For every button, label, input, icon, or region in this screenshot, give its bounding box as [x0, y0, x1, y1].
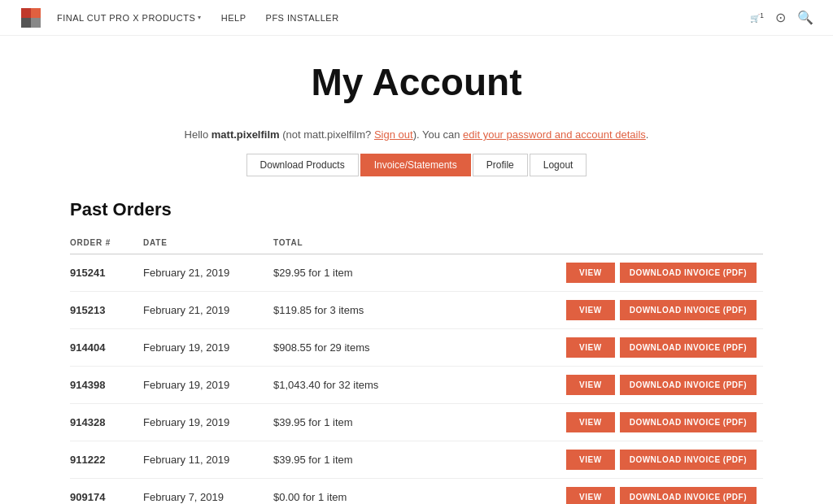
cart-icon[interactable]: 🛒1: [750, 11, 764, 23]
past-orders-section: Past Orders Order # Date Total 915241 Fe…: [70, 199, 763, 504]
order-total: $1,043.40 for 32 items: [273, 367, 436, 404]
order-actions: View Download Invoice (PDF): [436, 441, 763, 479]
logo[interactable]: [20, 7, 42, 29]
table-row: 914404 February 19, 2019 $908.55 for 29 …: [70, 329, 763, 367]
tab-invoice[interactable]: Invoice/Statements: [360, 154, 471, 176]
download-invoice-button[interactable]: Download Invoice (PDF): [620, 337, 757, 358]
nav-help[interactable]: Help: [221, 13, 246, 23]
download-invoice-button[interactable]: Download Invoice (PDF): [620, 300, 757, 320]
col-date: Date: [143, 233, 273, 254]
chevron-down-icon: ▾: [198, 14, 202, 21]
order-number: 915213: [70, 292, 143, 329]
tab-profile[interactable]: Profile: [473, 154, 528, 176]
download-invoice-button[interactable]: Download Invoice (PDF): [620, 487, 757, 504]
svg-rect-0: [21, 8, 31, 18]
signout-link[interactable]: Sign out: [374, 128, 413, 141]
order-actions: View Download Invoice (PDF): [436, 329, 763, 367]
download-invoice-button[interactable]: Download Invoice (PDF): [620, 263, 757, 283]
main-content: My Account Hello matt.pixelfilm (not mat…: [50, 36, 783, 504]
view-button[interactable]: View: [566, 337, 615, 358]
table-row: 911222 February 11, 2019 $39.95 for 1 it…: [70, 441, 763, 479]
order-actions: View Download Invoice (PDF): [436, 254, 763, 292]
view-button[interactable]: View: [566, 263, 615, 283]
view-button[interactable]: View: [566, 300, 615, 320]
order-total: $39.95 for 1 item: [273, 441, 436, 479]
username: matt.pixelfilm: [212, 128, 280, 141]
site-header: Final Cut Pro X Products ▾ Help PFS Inst…: [0, 0, 833, 36]
order-date: February 19, 2019: [143, 404, 273, 441]
order-date: February 19, 2019: [143, 367, 273, 404]
order-number: 911222: [70, 441, 143, 479]
nav-final-cut[interactable]: Final Cut Pro X Products ▾: [57, 13, 202, 23]
search-icon[interactable]: 🔍: [797, 10, 813, 25]
order-total: $39.95 for 1 item: [273, 404, 436, 441]
page-title: My Account: [70, 60, 763, 104]
col-total: Total: [273, 233, 436, 254]
order-number: 914398: [70, 367, 143, 404]
account-icon[interactable]: ⊙: [775, 10, 786, 25]
tab-download[interactable]: Download Products: [246, 154, 359, 176]
view-button[interactable]: View: [566, 412, 615, 432]
order-actions: View Download Invoice (PDF): [436, 292, 763, 329]
table-row: 914398 February 19, 2019 $1,043.40 for 3…: [70, 367, 763, 404]
order-date: February 21, 2019: [143, 292, 273, 329]
nav-installer[interactable]: PFS Installer: [266, 13, 339, 23]
order-number: 915241: [70, 254, 143, 292]
order-date: February 19, 2019: [143, 329, 273, 367]
svg-rect-1: [31, 8, 41, 18]
order-total: $908.55 for 29 items: [273, 329, 436, 367]
table-row: 915241 February 21, 2019 $29.95 for 1 it…: [70, 254, 763, 292]
order-actions: View Download Invoice (PDF): [436, 404, 763, 441]
col-actions: [436, 233, 763, 254]
view-button[interactable]: View: [566, 487, 615, 504]
col-order: Order #: [70, 233, 143, 254]
tab-logout[interactable]: Logout: [530, 154, 587, 176]
order-actions: View Download Invoice (PDF): [436, 367, 763, 404]
view-button[interactable]: View: [566, 375, 615, 395]
download-invoice-button[interactable]: Download Invoice (PDF): [620, 375, 757, 395]
account-greeting: Hello matt.pixelfilm (not matt.pixelfilm…: [70, 128, 763, 141]
table-row: 909174 February 7, 2019 $0.00 for 1 item…: [70, 479, 763, 505]
table-row: 915213 February 21, 2019 $119.85 for 3 i…: [70, 292, 763, 329]
header-actions: 🛒1 ⊙ 🔍: [750, 10, 813, 25]
svg-rect-2: [21, 18, 31, 28]
svg-rect-3: [31, 18, 41, 28]
order-total: $29.95 for 1 item: [273, 254, 436, 292]
order-total: $119.85 for 3 items: [273, 292, 436, 329]
account-tabs: Download Products Invoice/Statements Pro…: [70, 154, 763, 176]
orders-table: Order # Date Total 915241 February 21, 2…: [70, 233, 763, 504]
main-nav: Final Cut Pro X Products ▾ Help PFS Inst…: [57, 13, 339, 23]
table-row: 914328 February 19, 2019 $39.95 for 1 it…: [70, 404, 763, 441]
view-button[interactable]: View: [566, 450, 615, 470]
order-number: 909174: [70, 479, 143, 505]
section-title: Past Orders: [70, 199, 763, 220]
order-total: $0.00 for 1 item: [273, 479, 436, 505]
order-date: February 11, 2019: [143, 441, 273, 479]
order-actions: View Download Invoice (PDF): [436, 479, 763, 505]
order-number: 914328: [70, 404, 143, 441]
order-number: 914404: [70, 329, 143, 367]
order-date: February 7, 2019: [143, 479, 273, 505]
table-header-row: Order # Date Total: [70, 233, 763, 254]
edit-account-link[interactable]: edit your password and account details: [463, 128, 646, 141]
download-invoice-button[interactable]: Download Invoice (PDF): [620, 412, 757, 432]
download-invoice-button[interactable]: Download Invoice (PDF): [620, 450, 757, 470]
order-date: February 21, 2019: [143, 254, 273, 292]
